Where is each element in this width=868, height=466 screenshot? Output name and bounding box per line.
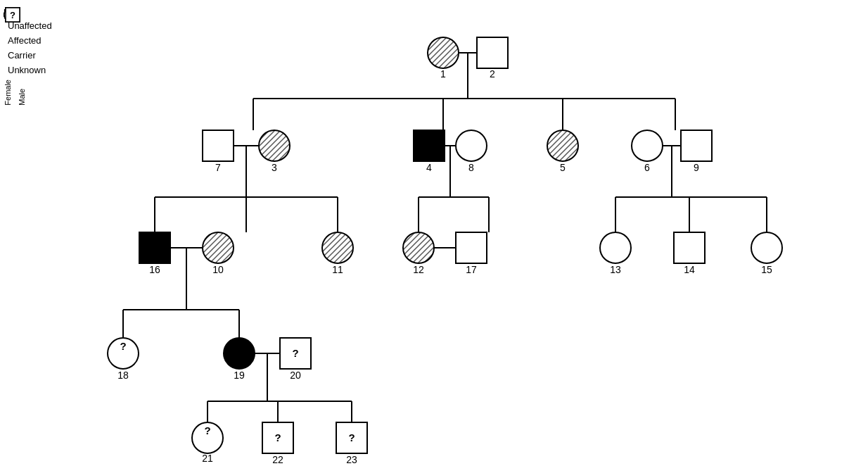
unknown-mark-22: ?	[274, 432, 281, 443]
label-2: 2	[490, 68, 495, 80]
label-23: 23	[346, 454, 357, 465]
individual-19	[224, 338, 255, 369]
pedigree-svg: 1 2 7 3 4 8	[0, 0, 868, 466]
individual-9	[681, 130, 712, 161]
individual-4	[414, 130, 445, 161]
label-14: 14	[684, 264, 695, 275]
unknown-mark-23: ?	[348, 432, 355, 443]
label-1: 1	[440, 68, 446, 80]
individual-5	[547, 130, 578, 161]
label-11: 11	[332, 264, 343, 275]
label-3: 3	[272, 162, 277, 173]
individual-16	[139, 232, 170, 263]
individual-10	[203, 232, 234, 263]
label-21: 21	[202, 453, 213, 464]
label-4: 4	[426, 162, 432, 173]
label-22: 22	[272, 454, 283, 465]
individual-17	[456, 232, 487, 263]
individual-3	[259, 130, 290, 161]
individual-1	[428, 37, 459, 68]
individual-14	[674, 232, 705, 263]
label-19: 19	[234, 370, 245, 381]
individual-15	[751, 232, 782, 263]
individual-12	[403, 232, 434, 263]
individual-13	[600, 232, 631, 263]
label-16: 16	[149, 264, 160, 275]
individual-6	[632, 130, 663, 161]
label-12: 12	[413, 264, 424, 275]
unknown-mark-18: ?	[120, 340, 126, 352]
label-9: 9	[694, 162, 699, 173]
unknown-mark-21: ?	[204, 424, 210, 436]
label-7: 7	[215, 162, 221, 173]
label-6: 6	[644, 162, 650, 173]
individual-2	[477, 37, 508, 68]
label-18: 18	[117, 370, 129, 381]
label-17: 17	[466, 264, 477, 275]
label-5: 5	[560, 162, 566, 173]
individual-7	[203, 130, 234, 161]
unknown-mark-20: ?	[292, 347, 298, 359]
label-8: 8	[468, 162, 474, 173]
label-15: 15	[761, 264, 772, 275]
pedigree-container: Key Unaffected Affected	[0, 0, 868, 466]
individual-8	[456, 130, 487, 161]
label-20: 20	[290, 370, 301, 381]
label-10: 10	[212, 264, 224, 275]
individual-11	[322, 232, 353, 263]
label-13: 13	[610, 264, 621, 275]
